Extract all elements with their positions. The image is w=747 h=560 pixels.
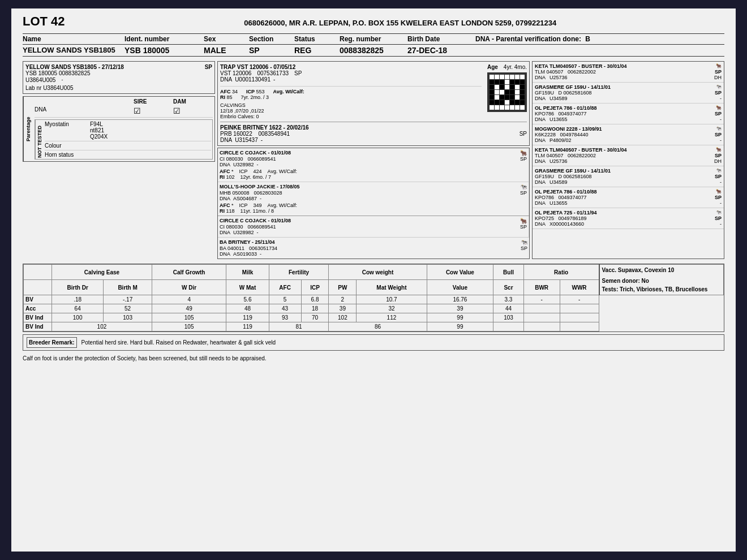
pat-dam-id1: MHB 050008 [220, 190, 250, 196]
reg-header: Reg. number [340, 35, 407, 43]
dam-id1: PRB 160022 [220, 131, 252, 137]
sire-dna-label: DNA [220, 76, 232, 83]
sire-icp: 553 [256, 89, 265, 94]
animal-status: REG [294, 46, 340, 55]
animal-ident: YSB 180005 [124, 46, 204, 55]
right-pedigree-entry-1: GRASMERE GF 159U - 14/11/01 🐄 GF159U D 0… [533, 83, 724, 104]
ratio-header: Ratio [523, 265, 599, 280]
sp-badge: SP [205, 64, 212, 83]
mat-dam-name: BA BRITNEY - 25/11/04 [220, 239, 275, 245]
right-pedigree-entry-3: MOGWOONI 2228 - 13/09/91 🐄 K6K2228 00497… [533, 124, 724, 145]
lot-title: LOT 42 [23, 14, 65, 29]
bv-pw: 2 [329, 295, 357, 304]
calvings-dates: 12/18 ,07/20 ,01/22 [220, 108, 482, 114]
animal-full-name: YELLOW SANDS YSB1805 - 27/12/18 [25, 64, 124, 70]
w-mat-header: W Mat [226, 280, 269, 295]
sire-dna-dash: - [273, 76, 275, 83]
bv-scr: 3.3 [493, 295, 523, 304]
right-pedigree-entry-2: OL PEJETA 786 - 01/10/88 🐂 KPO786 004937… [533, 104, 724, 124]
dam-sp: SP [520, 131, 527, 137]
animal-unumber: U3864U005 [25, 77, 55, 83]
bv-bwr: - [523, 295, 560, 304]
pat-dam-name: MOLL'S-HOOP JACKIE - 17/08/05 [220, 184, 300, 190]
right-pedigree-entry-0: KETA TLM040507 - BUSTER - 30/01/04 🐂 TLM… [533, 62, 724, 83]
bv-row: BV .18 -.17 4 5.6 5 6.8 2 10.7 16.76 3.3… [24, 295, 724, 304]
pat-dam-id2: 0062803028 [254, 190, 282, 196]
parentage-label: Parentage [23, 97, 33, 161]
vacc-label: Vacc. Supavax, Covexin 10 [602, 267, 722, 273]
name-header: Name [23, 35, 124, 43]
colour-label: Colour [45, 143, 90, 149]
animal-name: YELLOW SANDS YSB1805 [23, 46, 124, 55]
dna-sire: ☑ [134, 106, 173, 115]
tests-label: Tests: Trich, Vibrioses, TB, Brucelloses [602, 286, 722, 292]
right-pedigree-entry-5: GRASMERE GF 159U - 14/11/01 🐄 GF159U D 0… [533, 166, 724, 187]
horn-label: Horn status [45, 152, 90, 158]
bvind2-label: BV Ind [24, 322, 52, 331]
mat-sire-name: CIRCLE C COJACK - 01/01/08 [220, 218, 291, 224]
calf-growth-header: Calf Growth [152, 265, 226, 280]
sex-header: Sex [204, 35, 249, 43]
cow-weight-header: Cow weight [329, 265, 427, 280]
animal-dna [475, 46, 724, 55]
dam-dna-val: U315437 [235, 137, 258, 143]
dam-name: PEINKE BRITNEY 1622 - 20/02/16 [220, 124, 527, 131]
milk-header: Milk [226, 265, 269, 280]
icp-header: ICP [301, 280, 329, 295]
sire-afc: 34 [232, 89, 238, 94]
lab-nr: Lab nr U3864U005 [25, 85, 212, 91]
owner-info: 0680626000, MR A.R. LEPPAN, P.O. BOX 155… [76, 19, 724, 27]
sire-avg: 7yr. 2mo. / 3 [241, 94, 269, 100]
bv-value: 16.76 [427, 295, 493, 304]
myostatin-label: Myostatin [45, 121, 90, 140]
bvind2-row: BV Ind 102 105 119 81 86 99 [24, 322, 724, 331]
scr-header: Scr [493, 280, 523, 295]
acc-row: Acc 64 52 49 48 43 18 39 32 39 44 [24, 304, 724, 313]
myostatin-nt821: nt821 [90, 127, 211, 133]
birth-m-header: Birth M [104, 280, 152, 295]
sire-header: SIRE [134, 98, 173, 105]
sire-name: TRAP VST 120006 - 07/05/12 [220, 64, 482, 70]
embrio-label: Embrio Calves: 0 [220, 114, 482, 119]
myostatin-q204x: Q204X [90, 133, 211, 140]
sire-id2: 0075361733 [257, 70, 289, 76]
breeder-remark-text: Potential herd sire. Hard bull. Raised o… [81, 337, 720, 348]
sire-dna-val: U0001130491 [235, 76, 271, 83]
status-header: Status [294, 35, 340, 43]
animal-sex: MALE [204, 46, 249, 55]
bv-label: BV [24, 295, 52, 304]
bvind-label: BV Ind [24, 313, 52, 322]
age-label: Age [487, 64, 498, 70]
wwr-header: WWR [560, 280, 599, 295]
afc-header: AFC [269, 280, 301, 295]
pat-sire-id2: 0066089541 [248, 156, 276, 162]
dna-header: DNA - Parental verification done: B [475, 35, 724, 43]
bv-w-mat: 5.6 [226, 295, 269, 304]
bv-wwr: - [560, 295, 599, 304]
dam-dna-label: DNA [220, 137, 232, 143]
breeder-remark-label: Breeder Remark: [29, 339, 75, 346]
bv-birth-m: -.17 [104, 295, 152, 304]
animal-birth: 27-DEC-18 [407, 46, 475, 55]
birth-dr-header: Birth Dr [52, 280, 104, 295]
dam-id2: 0083548941 [259, 131, 290, 137]
bv-w-dir: 4 [152, 295, 226, 304]
value-header: Value [427, 280, 493, 295]
bv-birth-dr: .18 [52, 295, 104, 304]
pw-header: PW [329, 280, 357, 295]
bull-header: Bull [493, 265, 523, 280]
sire-sp: SP [294, 70, 302, 76]
myostatin-f94l: F94L [90, 121, 211, 127]
acc-label: Acc [24, 304, 52, 313]
qr-code [487, 72, 527, 112]
sire-ri: 85 [227, 94, 233, 100]
dam-dna-dash: - [261, 137, 263, 143]
pat-sire-dna: U328982 [233, 162, 254, 167]
bv-icp: 6.8 [301, 295, 329, 304]
animal-reg2: YSB 180005 0088382825 [25, 70, 124, 76]
fertility-header: Fertility [269, 265, 329, 280]
section-header: Section [249, 35, 294, 43]
footer-text: Calf on foot is under the protection of … [23, 355, 724, 361]
w-dir-header: W Dir [152, 280, 226, 295]
mat-weight-header: Mat Weight [357, 280, 427, 295]
